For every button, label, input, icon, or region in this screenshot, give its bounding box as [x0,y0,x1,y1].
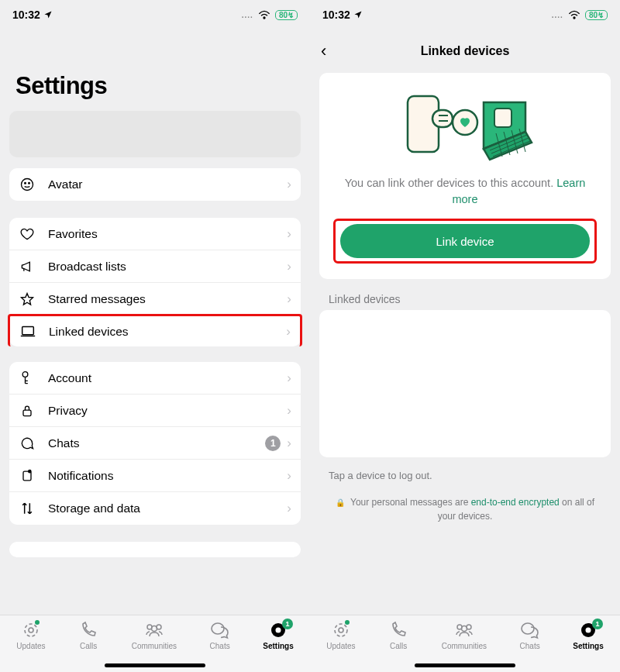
location-icon [43,10,53,19]
row-notifications[interactable]: Notifications › [9,460,301,492]
svg-point-31 [335,624,347,636]
wifi-icon [568,10,580,19]
status-time: 10:32 [12,9,40,21]
link-device-highlight: Link device [333,219,597,264]
tab-communities[interactable]: Communities [132,620,177,650]
linked-device-list[interactable] [319,310,611,457]
row-label: Favorites [48,227,287,241]
svg-point-1 [22,179,33,191]
tab-label: Calls [80,642,97,650]
encryption-link[interactable]: end-to-end encrypted [471,497,560,508]
linked-devices-illustration [395,87,535,164]
encryption-note: 🔒 Your personal messages are end-to-end … [329,495,601,523]
settings-icon: 1 [578,620,598,640]
hero-text: You can link other devices to this accou… [333,175,597,208]
svg-point-2 [25,183,26,184]
calls-icon [388,620,408,640]
row-broadcast[interactable]: Broadcast lists › [9,250,301,283]
svg-point-3 [29,183,30,184]
row-label: Notifications [48,469,287,483]
lock-icon: 🔒 [336,498,345,507]
chevron-right-icon: › [287,370,291,386]
tab-bar: Updates Calls Communities Chats 1 Se [310,615,620,672]
svg-point-38 [585,628,591,633]
svg-rect-6 [23,410,31,416]
svg-point-13 [151,626,157,632]
screen-linked-devices: 10:32 .... 80↯ ‹ Linked devices [310,0,620,672]
tab-updates[interactable]: Updates [326,620,355,650]
home-indicator[interactable] [415,663,515,667]
row-label: Account [48,371,287,385]
row-storage[interactable]: Storage and data › [9,492,301,525]
bell-icon [19,467,36,484]
row-favorites[interactable]: Favorites › [9,218,301,250]
row-label: Broadcast lists [48,260,287,274]
tab-communities[interactable]: Communities [442,620,487,650]
laptop-icon [19,323,36,340]
home-indicator[interactable] [105,663,205,667]
profile-card[interactable] [9,111,301,157]
heart-icon [19,226,36,243]
settings-icon: 1 [268,620,288,640]
svg-point-17 [574,17,575,19]
updates-icon [21,620,41,640]
tab-updates[interactable]: Updates [16,620,45,650]
tab-label: Updates [16,642,45,650]
tab-calls[interactable]: Calls [78,620,98,650]
logout-hint: Tap a device to log out. [329,470,601,481]
tab-badge: 1 [282,619,293,629]
lists-group: Favorites › Broadcast lists › Starred me… [9,218,301,346]
updates-icon [331,620,351,640]
row-privacy[interactable]: Privacy › [9,395,301,427]
tab-badge: 1 [592,619,603,629]
row-label: Privacy [48,404,287,418]
chevron-right-icon: › [287,177,291,192]
row-avatar[interactable]: Avatar › [9,168,301,201]
row-badge: 1 [265,436,281,451]
tab-label: Chats [210,642,230,650]
back-button[interactable]: ‹ [321,41,326,61]
row-label: Avatar [48,177,287,191]
svg-rect-23 [494,109,512,127]
section-heading: Linked devices [329,293,601,305]
svg-point-5 [22,371,28,377]
tab-label: Calls [390,642,407,650]
screen-settings: 10:32 .... 80↯ Settings Avatar › [0,0,310,672]
svg-point-10 [29,628,33,632]
svg-point-35 [461,626,467,632]
tab-label: Communities [442,642,487,650]
tab-bar: Updates Calls Communities Chats 1 Se [0,615,310,672]
communities-icon [454,620,474,640]
tab-label: Communities [132,642,177,650]
location-icon [353,10,363,19]
updown-icon [19,500,36,517]
nav-header: ‹ Linked devices [310,34,620,68]
lock-icon [19,402,36,419]
header-title: Linked devices [421,44,510,58]
svg-point-8 [29,470,31,472]
avatar-icon [19,176,36,193]
tab-chats[interactable]: Chats [520,620,540,650]
hero-card: You can link other devices to this accou… [319,73,611,279]
calls-icon [78,620,98,640]
chevron-right-icon: › [287,259,291,274]
tab-settings[interactable]: 1 Settings [573,620,603,650]
chats-icon [210,620,230,640]
tab-calls[interactable]: Calls [388,620,408,650]
link-device-button[interactable]: Link device [340,224,590,258]
chat-icon [19,435,36,452]
row-linked-devices[interactable]: Linked devices › [8,314,302,346]
row-chats[interactable]: Chats 1 › [9,427,301,460]
chevron-right-icon: › [287,403,291,419]
battery-badge: 80↯ [275,10,298,20]
svg-point-16 [275,628,281,633]
svg-rect-4 [22,326,34,334]
tab-chats[interactable]: Chats [210,620,230,650]
row-label: Linked devices [49,325,286,339]
svg-point-9 [25,624,37,636]
signal-dots: .... [552,11,563,19]
tab-settings[interactable]: 1 Settings [263,620,293,650]
row-account[interactable]: Account › [9,362,301,395]
row-starred[interactable]: Starred messages › [9,283,301,315]
chevron-right-icon: › [287,468,291,484]
